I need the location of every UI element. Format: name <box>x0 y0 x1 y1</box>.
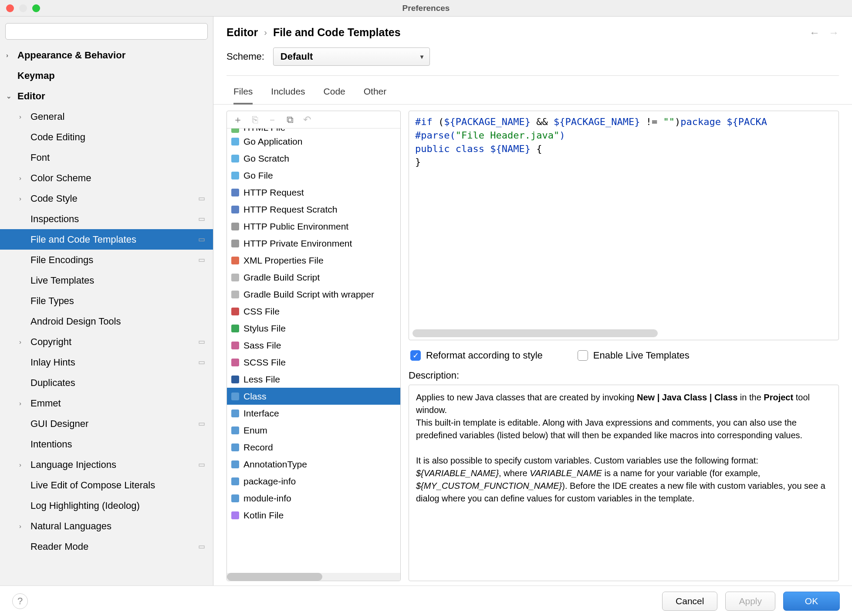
template-item[interactable]: XML Properties File <box>227 252 400 269</box>
sidebar-item-label: Duplicates <box>30 377 75 389</box>
tab-includes[interactable]: Includes <box>271 86 305 104</box>
templates-list[interactable]: HTML FileGo ApplicationGo ScratchGo File… <box>227 129 400 573</box>
sidebar-item[interactable]: ›General <box>0 106 213 127</box>
file-type-icon <box>231 155 239 162</box>
undo-icon: ↶ <box>303 114 311 125</box>
template-label: AnnotationType <box>243 459 307 470</box>
sidebar-item[interactable]: ›Language Injections▭ <box>0 454 213 475</box>
file-type-icon <box>231 172 239 179</box>
template-item[interactable]: module-info <box>227 490 400 507</box>
template-label: HTTP Private Environment <box>243 238 352 249</box>
sidebar-item-label: General <box>30 111 64 122</box>
sidebar-item-label: Appearance & Behavior <box>17 50 125 61</box>
template-item[interactable]: Sass File <box>227 337 400 354</box>
template-code-editor[interactable]: #if (${PACKAGE_NAME} && ${PACKAGE_NAME} … <box>409 111 839 340</box>
template-item[interactable]: Go Scratch <box>227 150 400 167</box>
sidebar-item[interactable]: ›Appearance & Behavior <box>0 45 213 65</box>
sidebar-item[interactable]: Inlay Hints▭ <box>0 352 213 372</box>
sidebar-item[interactable]: Keymap <box>0 65 213 86</box>
sidebar-item[interactable]: ⌄Editor <box>0 86 213 106</box>
template-label: HTTP Request <box>243 187 304 198</box>
file-type-icon <box>231 393 239 400</box>
sidebar-item[interactable]: Duplicates <box>0 372 213 393</box>
help-button[interactable]: ? <box>12 593 28 609</box>
template-item[interactable]: Gradle Build Script with wrapper <box>227 286 400 303</box>
search-input[interactable] <box>5 23 208 40</box>
template-item[interactable]: HTML File <box>227 129 400 133</box>
tab-other[interactable]: Other <box>364 86 387 104</box>
sidebar-item[interactable]: Live Edit of Compose Literals <box>0 475 213 495</box>
file-type-icon <box>231 511 239 519</box>
sidebar-item-label: Android Design Tools <box>30 316 121 327</box>
sidebar-item[interactable]: ›Color Scheme <box>0 168 213 188</box>
breadcrumb-parent: Editor <box>227 26 258 39</box>
cancel-button[interactable]: Cancel <box>662 592 717 611</box>
live-templates-checkbox[interactable]: Enable Live Templates <box>578 350 690 361</box>
sidebar-item-label: Reader Mode <box>30 541 88 552</box>
add-icon[interactable]: ＋ <box>233 113 243 126</box>
template-item[interactable]: Less File <box>227 371 400 388</box>
editor-h-scrollbar[interactable] <box>412 329 835 337</box>
back-icon[interactable]: ← <box>809 27 820 39</box>
sidebar-item[interactable]: Log Highlighting (Ideolog) <box>0 495 213 516</box>
template-item[interactable]: HTTP Private Environment <box>227 235 400 252</box>
maximize-icon[interactable] <box>32 4 40 12</box>
sidebar-item[interactable]: Reader Mode▭ <box>0 536 213 557</box>
template-label: Gradle Build Script with wrapper <box>243 289 374 300</box>
template-item[interactable]: AnnotationType <box>227 456 400 473</box>
template-item[interactable]: SCSS File <box>227 354 400 371</box>
sidebar-item[interactable]: ›Emmet <box>0 393 213 413</box>
sidebar-item[interactable]: ›Natural Languages <box>0 516 213 536</box>
file-type-icon <box>231 257 239 264</box>
tab-files[interactable]: Files <box>233 86 253 105</box>
h-scrollbar[interactable] <box>227 573 400 581</box>
sidebar-item[interactable]: ›Copyright▭ <box>0 332 213 352</box>
template-item[interactable]: Gradle Build Script <box>227 269 400 286</box>
project-scope-icon: ▭ <box>198 214 205 223</box>
reformat-checkbox[interactable]: ✓ Reformat according to style <box>410 350 543 361</box>
sidebar-item[interactable]: GUI Designer▭ <box>0 413 213 434</box>
template-label: Go File <box>243 170 273 181</box>
sidebar-item[interactable]: File and Code Templates▭ <box>0 229 213 250</box>
sidebar-item[interactable]: File Types <box>0 291 213 311</box>
sidebar-item[interactable]: Inspections▭ <box>0 209 213 229</box>
template-item[interactable]: Interface <box>227 405 400 422</box>
chevron-right-icon: › <box>19 399 29 407</box>
sidebar-item[interactable]: Font <box>0 147 213 168</box>
copy-icon[interactable]: ⧉ <box>287 114 294 125</box>
template-item[interactable]: Go File <box>227 167 400 184</box>
scheme-select[interactable]: Default ▾ <box>273 47 430 66</box>
options-row: ✓ Reformat according to style Enable Liv… <box>409 340 839 370</box>
sidebar-item-label: Font <box>30 152 50 163</box>
chevron-right-icon: › <box>19 461 29 468</box>
sidebar-item[interactable]: Code Editing <box>0 127 213 147</box>
file-type-icon <box>231 460 239 468</box>
template-item[interactable]: Kotlin File <box>227 507 400 524</box>
sidebar-item[interactable]: ›Code Style▭ <box>0 188 213 209</box>
template-item[interactable]: HTTP Public Environment <box>227 218 400 235</box>
template-item[interactable]: HTTP Request <box>227 184 400 201</box>
ok-button[interactable]: OK <box>783 592 840 611</box>
template-item[interactable]: Record <box>227 439 400 456</box>
file-type-icon <box>231 410 239 417</box>
sidebar-item[interactable]: File Encodings▭ <box>0 250 213 270</box>
settings-tree[interactable]: ›Appearance & BehaviorKeymap⌄Editor›Gene… <box>0 45 213 586</box>
template-item[interactable]: Enum <box>227 422 400 439</box>
close-icon[interactable] <box>6 4 14 12</box>
template-item[interactable]: Go Application <box>227 133 400 150</box>
sidebar-item[interactable]: Intentions <box>0 434 213 454</box>
sidebar-item[interactable]: Android Design Tools <box>0 311 213 332</box>
template-item[interactable]: Stylus File <box>227 320 400 337</box>
scheme-label: Scheme: <box>227 51 264 62</box>
template-item[interactable]: package-info <box>227 473 400 490</box>
tab-code[interactable]: Code <box>324 86 345 104</box>
template-item[interactable]: Class <box>227 388 400 405</box>
scheme-row: Scheme: Default ▾ <box>227 47 839 76</box>
template-item[interactable]: HTTP Request Scratch <box>227 201 400 218</box>
file-type-icon <box>231 325 239 332</box>
template-label: HTTP Request Scratch <box>243 204 338 215</box>
tabs: FilesIncludesCodeOther <box>213 76 852 105</box>
template-item[interactable]: CSS File <box>227 303 400 320</box>
sidebar-item[interactable]: Live Templates <box>0 270 213 291</box>
project-scope-icon: ▭ <box>198 337 205 346</box>
